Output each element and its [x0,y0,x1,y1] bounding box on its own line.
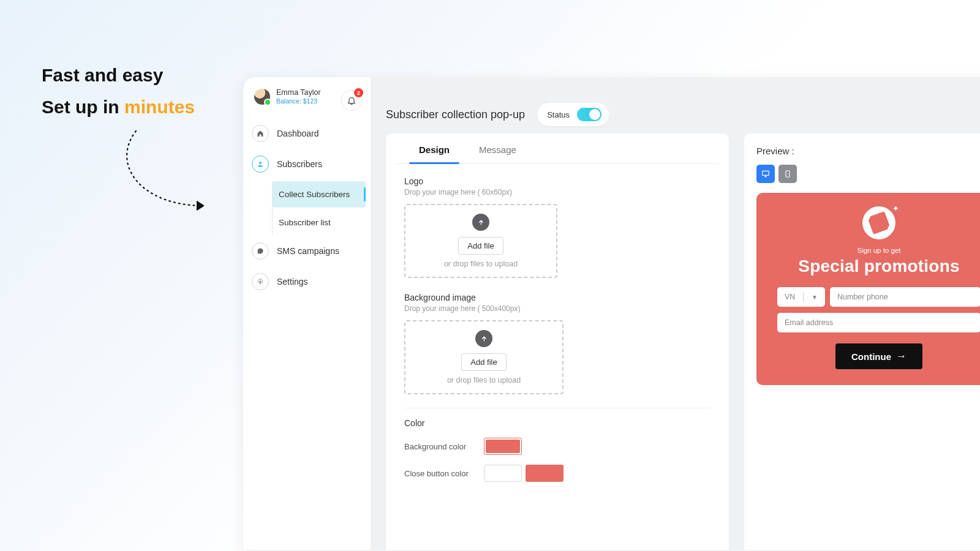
popup-preview: Sign up to get Special promotions VN ▼ N… [756,193,980,385]
sidebar-item-label: Dashboard [277,129,319,138]
sidebar-item-label: Subscribers [277,159,322,169]
background-color-row: Background color [404,438,710,455]
status-toggle[interactable] [577,108,601,121]
status-label: Status [547,110,570,119]
background-color-swatch[interactable] [484,438,522,455]
close-color-label: Close button color [404,469,484,478]
notifications-button[interactable]: 2 [341,90,362,111]
gear-icon [252,273,269,290]
bgimage-section-hint: Drop your image here ( 500x400px) [404,304,710,313]
close-color-row: Close button color [404,465,710,482]
popup-title: Special promotions [777,257,980,276]
svg-point-1 [259,162,262,164]
upload-icon [475,330,492,347]
continue-button[interactable]: Continue [835,343,922,369]
logo-section-hint: Drop your image here ( 60x60px) [404,188,710,197]
svg-point-2 [260,281,262,283]
chat-icon [252,242,269,260]
tab-message[interactable]: Message [464,133,531,163]
popup-eyebrow: Sign up to get [777,247,980,254]
design-card: Design Message Logo Drop your image here… [386,133,729,550]
country-code-select[interactable]: VN ▼ [777,287,825,307]
page-head: Subscriber collection pop-up Status [386,103,609,126]
dropzone-hint: or drop files to upload [444,260,518,268]
marketing-line1: Fast and easy [42,64,195,87]
dropzone-hint: or drop files to upload [447,376,521,384]
user-name: Emma Taylor [276,88,321,97]
desktop-view-button[interactable] [756,165,775,183]
marketing-line2: Set up in minutes [42,96,195,119]
logo-dropzone[interactable]: Add file or drop files to upload [404,204,557,278]
arrow-swoosh-icon [116,127,214,213]
nav: Dashboard Subscribers Collect Subscriber… [243,118,371,297]
background-color-label: Background color [404,442,484,451]
sidebar-item-subscribers[interactable]: Subscribers [243,149,371,179]
sidebar-item-sms-campaigns[interactable]: SMS campaigns [243,236,371,266]
bell-icon [347,96,356,105]
sidebar-item-dashboard[interactable]: Dashboard [243,118,371,149]
marketing-headline: Fast and easy Set up in minutes [42,64,195,118]
app-window: Emma Taylor Balance: $123 2 Dashboard Su… [243,77,980,550]
preview-label: Preview : [756,146,980,156]
sidebar-user: Emma Taylor Balance: $123 2 [243,86,371,113]
close-color-swatch[interactable] [526,465,564,482]
desktop-icon [761,170,770,178]
bgimage-dropzone[interactable]: Add file or drop files to upload [404,320,564,394]
add-file-button[interactable]: Add file [461,353,506,371]
sidebar-item-collect-subscribers[interactable]: Collect Subscribers [273,181,366,208]
subnav: Collect Subscribers Subscriber list [272,181,371,236]
page-title: Subscriber collection pop-up [386,108,525,121]
phone-input[interactable]: Number phone [830,287,980,307]
sidebar-item-settings[interactable]: Settings [243,266,371,297]
tab-design[interactable]: Design [404,133,464,163]
preview-viewport-toggle [756,165,980,183]
sidebar-item-label: SMS campaigns [277,246,339,256]
upload-icon [472,214,489,231]
status-pill: Status [537,103,609,126]
tabs: Design Message [396,133,719,164]
preview-panel: Preview : Sign up to get Special promoti… [744,133,980,550]
bgimage-section-label: Background image [404,293,710,302]
color-section-label: Color [404,418,710,428]
sidebar: Emma Taylor Balance: $123 2 Dashboard Su… [243,77,371,550]
sidebar-item-subscriber-list[interactable]: Subscriber list [273,209,371,236]
popup-logo-icon [862,206,895,239]
svg-rect-3 [763,171,769,175]
mobile-view-button[interactable] [778,165,797,183]
home-icon [252,125,269,142]
avatar[interactable] [254,89,270,105]
sidebar-item-label: Settings [277,277,308,287]
logo-section-label: Logo [404,176,710,186]
user-balance: Balance: $123 [276,97,321,105]
mobile-icon [783,170,792,178]
svg-rect-4 [786,171,790,178]
close-color-input[interactable] [484,465,522,482]
user-icon [252,156,269,173]
add-file-button[interactable]: Add file [458,237,503,255]
email-input[interactable]: Email address [777,313,980,332]
notification-badge: 2 [354,88,363,97]
chevron-down-icon: ▼ [812,294,818,301]
